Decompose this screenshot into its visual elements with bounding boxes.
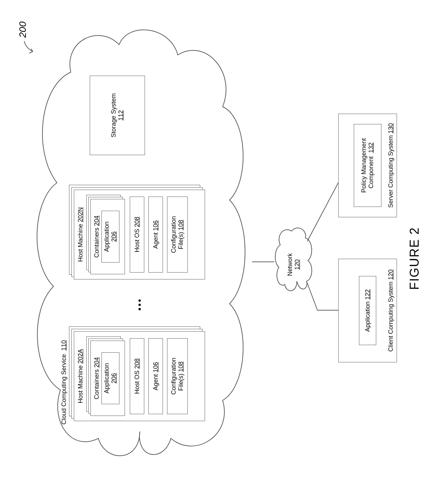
agent-a-box: Agent 106 xyxy=(148,338,163,414)
config-n-box: Configuration File(s) 108 xyxy=(167,197,188,273)
containers-a-box: Containers 204 Application 206 xyxy=(90,341,125,416)
host-machine-a-box: Host Machine 202A Containers 204 Applica… xyxy=(74,331,205,421)
client-application-box: Application 122 xyxy=(359,276,376,345)
svg-line-0 xyxy=(307,283,318,311)
agent-n-box: Agent 106 xyxy=(148,197,163,273)
client-system-box: Application 122 Client Computing System … xyxy=(338,259,397,362)
svg-line-1 xyxy=(307,183,338,241)
host-os-a-box: Host OS 208 xyxy=(130,338,144,414)
network-label: Network 120 xyxy=(286,253,301,276)
connector-network-client-diag xyxy=(307,276,321,311)
policy-mgmt-box: Policy Management Component 132 xyxy=(354,124,381,207)
server-system-box: Policy Management Component 132 Server C… xyxy=(338,114,397,217)
connector-network-server-diag xyxy=(307,179,340,241)
storage-system-box: Storage System 112 xyxy=(90,76,145,155)
host-machine-n-box: Host Machine 202N Containers 204 Applica… xyxy=(74,190,205,279)
application-n-box: Application 206 xyxy=(101,211,119,263)
diagram-root: 200 Cloud Computing Service 110 Host Mac… xyxy=(0,0,428,504)
host-os-n-box: Host OS 208 xyxy=(130,197,144,273)
connector-cloud-network xyxy=(252,261,274,262)
config-a-box: Configuration File(s) 108 xyxy=(167,338,188,414)
ellipsis-icon: ••• xyxy=(135,298,144,311)
figure-label: FIGURE 2 xyxy=(407,227,422,290)
cloud-service-label: Cloud Computing Service 110 xyxy=(60,340,68,425)
application-a-box: Application 206 xyxy=(101,352,119,404)
containers-n-box: Containers 204 Application 206 xyxy=(90,199,125,274)
